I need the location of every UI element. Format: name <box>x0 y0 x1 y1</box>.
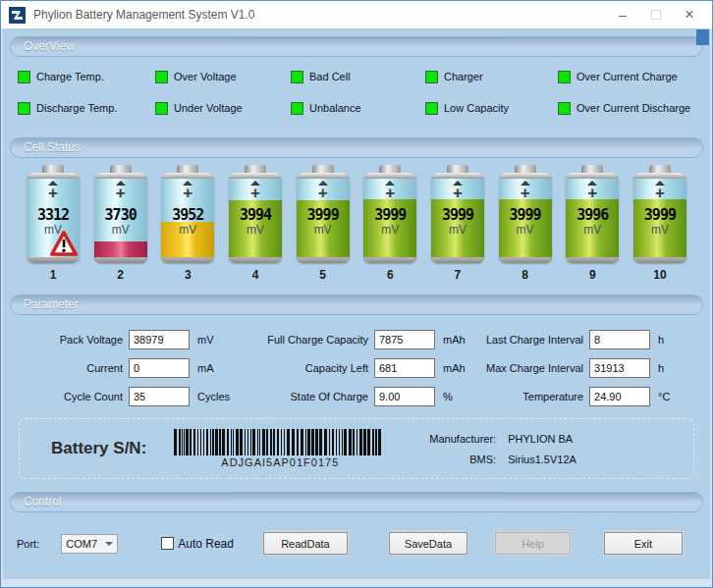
port-value: COM7 <box>66 538 105 550</box>
cell-number: 9 <box>563 268 622 282</box>
max-charge-interval-input[interactable] <box>589 358 650 378</box>
battery-cap <box>312 165 334 173</box>
indicator-charge-temp: Charge Temp. <box>18 68 155 85</box>
section-header-parameter: Parameter <box>10 294 703 315</box>
status-led-icon <box>18 71 30 83</box>
help-button[interactable]: Help <box>495 532 571 555</box>
plus-icon: + <box>161 187 214 199</box>
status-led-icon <box>155 71 168 83</box>
plus-icon: + <box>499 187 552 199</box>
battery-body: + 3999 mV <box>499 173 552 263</box>
barcode-block: ADJGAI5AP01F0175 <box>172 429 388 468</box>
battery-sn-label: Battery S/N: <box>51 439 146 458</box>
indicator-over-current-discharge: Over Current Discharge <box>558 99 710 117</box>
cell-voltage: 3999 <box>363 206 416 224</box>
manufacturer-value: PHYLION BA <box>508 433 576 445</box>
save-data-button[interactable]: SaveData <box>389 532 467 555</box>
section-header-control: Control <box>10 492 703 512</box>
indicator-bad-cell: Bad Cell <box>291 68 425 85</box>
state-of-charge-input[interactable] <box>374 387 435 406</box>
plus-icon: + <box>566 187 619 199</box>
serial-number: ADJGAI5AP01F0175 <box>172 456 388 468</box>
cell-number: 4 <box>226 268 285 282</box>
client-area: OverView Charge Temp. Over Voltage Bad C… <box>1 28 712 587</box>
cycle-count-input[interactable] <box>129 387 190 406</box>
cell-number: 8 <box>496 268 555 282</box>
status-led-icon <box>558 71 571 83</box>
plus-icon: + <box>431 187 484 199</box>
battery-row: + 3312 mV 1 <box>3 165 710 282</box>
status-led-icon <box>425 71 438 83</box>
maximize-button[interactable] <box>639 1 673 28</box>
battery-cell-4: + 3994 mV 4 <box>226 165 285 282</box>
plus-icon: + <box>363 187 416 199</box>
indicator-unbalance: Unbalance <box>291 99 425 117</box>
battery-cell-7: + 3999 mV 7 <box>428 165 487 282</box>
barcode-icon <box>174 429 386 455</box>
indicator-over-voltage: Over Voltage <box>155 68 291 85</box>
battery-cell-2: + 3730 mV 2 <box>91 165 150 282</box>
field-full-charge-capacity: Full Charge Capacity mAh <box>241 330 486 349</box>
auto-read-checkbox[interactable] <box>161 537 174 550</box>
cell-number: 6 <box>360 268 419 282</box>
cell-voltage: 3952 <box>161 206 214 224</box>
last-charge-interval-input[interactable] <box>589 330 650 349</box>
exit-button[interactable]: Exit <box>604 532 683 555</box>
battery-cell-3: + 3952 mV 3 <box>158 165 217 282</box>
cell-number: 7 <box>428 268 487 282</box>
plus-icon: + <box>297 187 350 199</box>
warning-icon <box>50 231 78 256</box>
battery-cap <box>581 165 603 173</box>
battery-cap <box>515 165 536 173</box>
cell-voltage: 3999 <box>633 206 686 224</box>
battery-cell-9: + 3996 mV 9 <box>563 165 622 282</box>
cell-number: 2 <box>91 268 150 282</box>
battery-cell-10: + 3999 mV 10 <box>631 165 689 282</box>
battery-body: + 3999 mV <box>363 173 416 263</box>
battery-body: + 3999 mV <box>431 173 484 263</box>
battery-body: + 3999 mV <box>297 173 350 263</box>
battery-cap <box>379 165 401 173</box>
battery-body: + 3996 mV <box>566 173 619 263</box>
battery-cell-8: + 3999 mV 8 <box>496 165 555 282</box>
chevron-down-icon <box>105 542 113 546</box>
section-header-cell-status: Cell Status <box>10 137 703 158</box>
indicator-charger: Charger <box>425 68 558 85</box>
field-last-charge-interval: Last Charge Interval h <box>486 330 701 349</box>
field-capacity-left: Capacity Left mAh <box>241 358 486 378</box>
title-bar: Phylion Battery Management System V1.0 –… <box>1 1 712 28</box>
window-title: Phylion Battery Management System V1.0 <box>33 8 606 22</box>
indicator-under-voltage: Under Voltage <box>155 99 291 117</box>
battery-cell-6: + 3999 mV 6 <box>360 165 419 282</box>
minimize-button[interactable]: – <box>606 1 639 28</box>
cell-unit: mV <box>363 224 416 237</box>
port-select[interactable]: COM7 <box>61 534 118 554</box>
battery-cap <box>649 165 671 173</box>
cell-voltage: 3999 <box>297 206 350 224</box>
read-data-button[interactable]: ReadData <box>263 532 348 555</box>
cell-number: 5 <box>294 268 353 282</box>
cell-unit: mV <box>94 224 147 237</box>
plus-icon: + <box>633 187 686 199</box>
current-input[interactable] <box>129 358 190 378</box>
battery-cap <box>110 165 132 173</box>
capacity-left-input[interactable] <box>374 358 435 378</box>
pack-voltage-input[interactable] <box>129 330 190 349</box>
indicator-over-current-charge: Over Current Charge <box>558 68 710 85</box>
status-led-icon <box>18 102 30 115</box>
temperature-input[interactable] <box>589 387 650 406</box>
battery-cell-5: + 3999 mV 5 <box>294 165 353 282</box>
window-accent-square <box>696 29 709 45</box>
maximize-icon <box>651 10 661 20</box>
close-button[interactable]: × <box>673 1 706 28</box>
battery-body: + 3994 mV <box>229 173 282 263</box>
cell-voltage: 3312 <box>27 206 80 224</box>
overview-indicator-grid: Charge Temp. Over Voltage Bad Cell Charg… <box>18 68 710 117</box>
manufacturer-info: Manufacturer: PHYLION BA BMS: Sirius1.5V… <box>429 433 576 465</box>
field-max-charge-interval: Max Charge Interval h <box>486 358 701 378</box>
cell-unit: mV <box>161 224 214 237</box>
full-charge-capacity-input[interactable] <box>374 330 435 349</box>
cell-voltage: 3730 <box>94 206 147 224</box>
battery-body: + 3952 mV <box>161 173 214 263</box>
field-current: Current mA <box>15 358 241 378</box>
